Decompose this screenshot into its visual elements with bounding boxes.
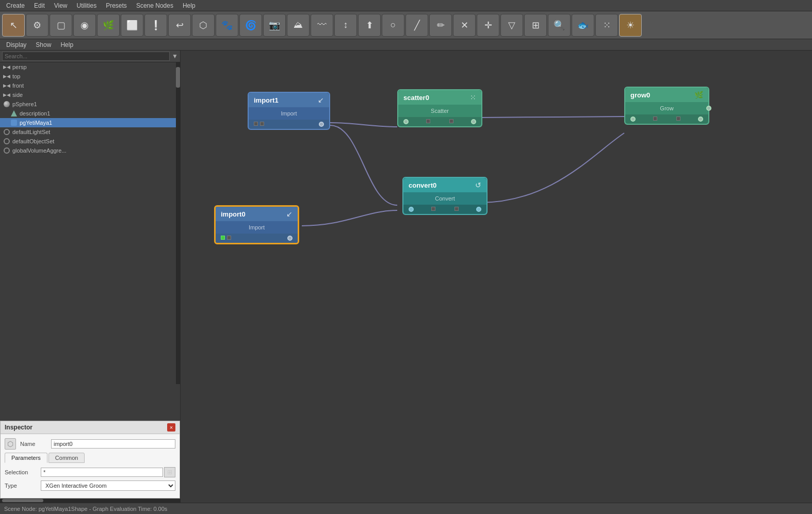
pencil-tool-btn[interactable]: ✏ <box>429 14 452 37</box>
node-convert0[interactable]: convert0 ↺ Convert <box>402 177 488 215</box>
up-tool-btn[interactable]: ⬆ <box>358 14 381 37</box>
node-convert0-title: convert0 <box>409 181 436 189</box>
tree-item-front[interactable]: ▶◀ front <box>0 81 180 90</box>
node-import1-icon: ↙ <box>318 96 324 104</box>
inspector-name-icon[interactable]: ⬡ <box>5 438 16 450</box>
camera-tool-btn[interactable]: 📷 <box>263 14 286 37</box>
camera-icon: ▶◀ <box>3 73 10 80</box>
inspector-name-row: ⬡ Name <box>5 438 175 450</box>
grid-tool-btn[interactable]: ⊞ <box>524 14 547 37</box>
search-input[interactable] <box>2 52 170 61</box>
sphere-tool-btn[interactable]: ◉ <box>73 14 96 37</box>
tree-item-side[interactable]: ▶◀ side <box>0 90 180 100</box>
left-panel-scrollbar[interactable] <box>0 499 180 503</box>
status-text: Scene Node: pgYetiMaya1Shape - Graph Eva… <box>4 506 167 512</box>
tree-item-defaultObjectSet[interactable]: defaultObjectSet <box>0 137 180 146</box>
inspector-selection-button[interactable]: ⊞ <box>164 467 175 477</box>
inspector-close-button[interactable]: × <box>167 423 175 432</box>
tab-parameters[interactable]: Parameters <box>5 453 47 463</box>
dots-tool-btn[interactable]: ⁙ <box>595 14 618 37</box>
select-tool-btn[interactable]: ↖ <box>2 14 25 37</box>
menu-view[interactable]: View <box>50 1 72 10</box>
scene-tree: ▶◀ persp ▶◀ top ▶◀ front ▶◀ side pSphere… <box>0 62 180 160</box>
tab-common[interactable]: Common <box>48 453 85 463</box>
grow0-side-port <box>706 106 711 111</box>
node-import1-subtitle: Import <box>253 109 325 118</box>
node-import0-subtitle: Import <box>220 223 294 231</box>
node-import0[interactable]: import0 ↙ Import <box>214 205 299 244</box>
set-icon <box>3 128 10 136</box>
capsule-tool-btn[interactable]: ⬜ <box>121 14 143 37</box>
menu-edit[interactable]: Edit <box>30 1 49 10</box>
tree-item-persp[interactable]: ▶◀ persp <box>0 62 180 72</box>
menu-utilities[interactable]: Utilities <box>73 1 101 10</box>
second-menu-show[interactable]: Show <box>31 40 55 49</box>
inspector-selection-row: Selection ⊞ <box>5 467 175 477</box>
import0-port-green <box>221 236 225 240</box>
node-graph[interactable]: import1 ↙ Import scatter0 ⁙ Scatter <box>181 51 812 503</box>
zoom-tool-btn[interactable]: 🔍 <box>548 14 571 37</box>
inspector-type-select[interactable]: XGen Interactive Groom <box>41 480 175 491</box>
tree-item-pSphere1[interactable]: pSphere1 <box>0 100 180 109</box>
inspector-body: ⬡ Name Parameters Common Selection ⊞ <box>1 434 180 498</box>
exclaim-tool-btn[interactable]: ❕ <box>144 14 167 37</box>
leaf-tool-btn[interactable]: 🌿 <box>97 14 120 37</box>
camera-icon: ▶◀ <box>3 63 10 71</box>
node-import1-title: import1 <box>254 96 279 104</box>
second-menu-bar: Display Show Help <box>0 39 812 51</box>
import0-port-gray <box>227 236 231 240</box>
inspector-title: Inspector <box>5 424 33 431</box>
sphere-icon <box>3 101 10 108</box>
node-scatter0[interactable]: scatter0 ⁙ Scatter <box>397 89 482 127</box>
set-icon <box>3 147 10 154</box>
menu-presets[interactable]: Presets <box>102 1 131 10</box>
paw-tool-btn[interactable]: 🐾 <box>216 14 238 37</box>
import1-port-mid <box>260 122 264 126</box>
grow0-output-port <box>698 117 703 122</box>
transform-tool-btn[interactable]: ⚙ <box>26 14 48 37</box>
sun-tool-btn[interactable]: ☀ <box>619 14 642 37</box>
arrow-tool-btn[interactable]: ↕ <box>334 14 357 37</box>
inspector-name-input[interactable] <box>51 439 175 449</box>
main-content: ▼ ▶◀ persp ▶◀ top ▶◀ front ▶◀ side pSphe <box>0 51 812 503</box>
tree-item-pgYetiMaya1[interactable]: pgYetiMaya1 <box>0 118 180 127</box>
scatter0-port-mid2 <box>449 119 453 123</box>
tree-item-globalVolume[interactable]: globalVolumeAggre... <box>0 146 180 155</box>
swirl-tool-btn[interactable]: 🌀 <box>239 14 262 37</box>
second-menu-help[interactable]: Help <box>56 40 77 49</box>
scatter0-port-mid1 <box>426 119 430 123</box>
convert0-port-mid2 <box>454 207 459 211</box>
mountain-tool-btn[interactable]: ⛰ <box>287 14 310 37</box>
wave-tool-btn[interactable]: 〰 <box>311 14 333 37</box>
left-panel-scrollbar-thumb[interactable] <box>2 499 43 502</box>
box-tool-btn[interactable]: ▢ <box>50 14 72 37</box>
import1-port-left <box>254 122 258 126</box>
filter-tool-btn[interactable]: ▽ <box>500 14 523 37</box>
arc-tool-btn[interactable]: ↩ <box>168 14 191 37</box>
second-menu-display[interactable]: Display <box>2 40 30 49</box>
node-grow0[interactable]: grow0 🌿 Grow <box>624 87 709 125</box>
move-tool-btn[interactable]: ✛ <box>477 14 499 37</box>
tree-scrollbar-thumb[interactable] <box>176 67 180 88</box>
cross-tool-btn[interactable]: ✕ <box>453 14 476 37</box>
circle-tool-btn[interactable]: ○ <box>382 14 404 37</box>
tree-item-description1[interactable]: description1 <box>0 109 180 118</box>
node-import1[interactable]: import1 ↙ Import <box>248 92 330 130</box>
set-icon <box>3 138 10 145</box>
menu-create[interactable]: Create <box>2 1 29 10</box>
search-dropdown-arrow[interactable]: ▼ <box>172 53 178 60</box>
tree-item-top[interactable]: ▶◀ top <box>0 72 180 81</box>
yeti-icon <box>10 119 18 126</box>
line-tool-btn[interactable]: ╱ <box>405 14 428 37</box>
inspector-selection-input[interactable] <box>41 468 163 477</box>
menu-scene-nodes[interactable]: Scene Nodes <box>132 1 177 10</box>
menu-help[interactable]: Help <box>178 1 200 10</box>
node-scatter0-subtitle: Scatter <box>402 107 477 115</box>
tree-item-defaultLightSet[interactable]: defaultLightSet <box>0 127 180 137</box>
camera-icon: ▶◀ <box>3 91 10 98</box>
left-panel: ▼ ▶◀ persp ▶◀ top ▶◀ front ▶◀ side pSphe <box>0 51 181 503</box>
node-scatter0-title: scatter0 <box>403 94 429 102</box>
import0-output-port <box>287 236 293 241</box>
cylinder-tool-btn[interactable]: ⬡ <box>192 14 215 37</box>
fish-tool-btn[interactable]: 🐟 <box>572 14 594 37</box>
